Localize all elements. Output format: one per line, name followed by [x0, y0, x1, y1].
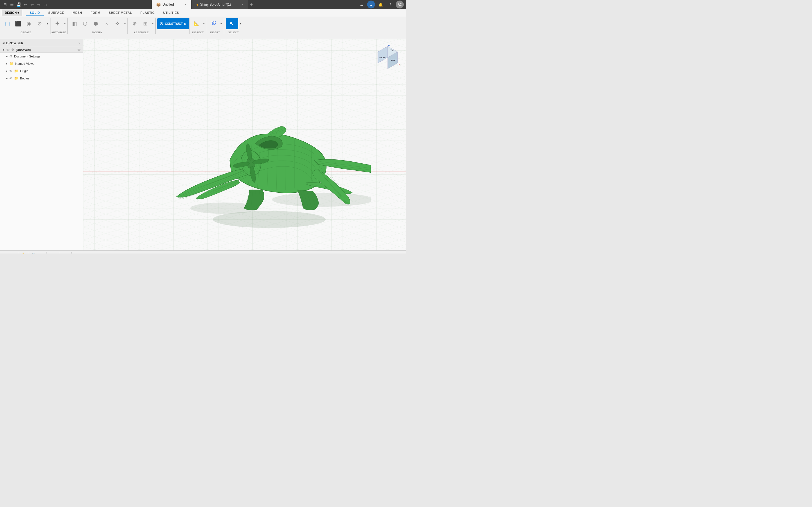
bodies-eye-icon[interactable]: 👁	[9, 76, 12, 80]
help-icon[interactable]: ?	[386, 1, 394, 8]
insert-image-button[interactable]: 🖼	[209, 18, 219, 29]
menu-icon[interactable]: ☰	[9, 2, 15, 7]
root-eye-icon[interactable]: 👁	[6, 48, 10, 52]
user-count-badge[interactable]: 1	[367, 1, 375, 8]
viewport[interactable]: Top FRONT RIGHT X Z	[83, 39, 406, 250]
fit-view-button[interactable]: ⊡	[11, 252, 16, 254]
construct-button[interactable]: ⊙ CONSTRUCT ▶	[157, 18, 189, 29]
tab-untitled-close[interactable]: ×	[185, 3, 187, 6]
svg-text:Top: Top	[391, 49, 394, 52]
press-pull-button[interactable]: ◧	[69, 18, 80, 29]
main-area: ◀ BROWSER × ▼ 👁 ⚙ (Unsaved) 👁 ▶ ⚙ Docume…	[0, 39, 406, 250]
sidebar-item-document-settings[interactable]: ▶ ⚙ Document Settings	[0, 53, 83, 60]
tab-utilities[interactable]: UTILITIES	[159, 10, 183, 16]
joint-icon: ⊕	[133, 21, 137, 26]
doc-settings-label: Document Settings	[14, 55, 40, 58]
shell-icon: ⬦	[105, 21, 108, 26]
select-more-button[interactable]: ▾	[239, 18, 243, 29]
tab-shiny-close[interactable]: ×	[242, 3, 244, 6]
sidebar-collapse-icon[interactable]: ◀	[2, 41, 4, 45]
tab-shiny[interactable]: ● Shiny Bojo-Amur*(1) ×	[192, 0, 248, 9]
view-cube[interactable]: Top FRONT RIGHT X Z	[375, 45, 400, 70]
create-more-button[interactable]: ▾	[45, 18, 50, 29]
insert-more-button[interactable]: ▾	[219, 18, 223, 29]
modify-more-arrow: ▾	[124, 22, 126, 25]
shell-button[interactable]: ⬦	[101, 18, 112, 29]
view-options-button[interactable]: ▦	[73, 252, 79, 254]
automate-group: ✦ ▾ AUTOMATE	[50, 18, 67, 34]
modify-more-button[interactable]: ▾	[123, 18, 127, 29]
joint-button[interactable]: ⊕	[130, 18, 140, 29]
tab-plastic[interactable]: PLASTIC	[137, 10, 159, 16]
extrude-icon: ⬛	[15, 21, 21, 26]
orbit-button[interactable]: ⊕	[3, 252, 9, 254]
root-options-icon[interactable]: 👁	[78, 48, 81, 52]
root-gear-icon[interactable]: ⚙	[11, 48, 14, 52]
select-more-arrow: ▾	[240, 22, 241, 25]
grid-toggle-button[interactable]: ⊞	[61, 252, 66, 254]
redo-icon[interactable]: ↪	[36, 2, 42, 7]
undo-icon2[interactable]: ↩	[29, 2, 35, 7]
toolbar: DESIGN ▾ SOLID SURFACE MESH FORM SHEET M…	[0, 9, 406, 39]
move-button[interactable]: ✛	[112, 18, 122, 29]
display-arrow[interactable]: ▾	[56, 253, 57, 254]
pan-button[interactable]: ✋	[20, 252, 27, 254]
bell-icon[interactable]: 🔔	[377, 1, 385, 8]
svg-text:X: X	[398, 63, 400, 66]
undo-icon[interactable]: ↩	[22, 2, 28, 7]
toolbar-actions: ⬚ ⬛ ◉ ⊙ ▾ CREATE ✦	[0, 17, 406, 39]
construct-group: ⊙ CONSTRUCT ▶	[155, 18, 189, 34]
grid-arrow[interactable]: ▾	[68, 253, 70, 254]
svg-line-22	[179, 173, 248, 199]
zoom-fit-button[interactable]: ⊕	[39, 252, 45, 254]
named-views-label: Named Views	[15, 62, 35, 65]
tab-mesh[interactable]: MESH	[68, 10, 86, 16]
tab-untitled-icon: 📦	[156, 3, 161, 7]
revolve-button[interactable]: ◉	[24, 18, 34, 29]
titlebar-right: ☁ 1 🔔 ? AC	[357, 1, 404, 8]
chamfer-button[interactable]: ⬢	[91, 18, 101, 29]
select-button[interactable]: ↖	[226, 18, 238, 29]
browser-root-item[interactable]: ▼ 👁 ⚙ (Unsaved) 👁	[0, 47, 83, 53]
tab-untitled[interactable]: 📦 Untitled ×	[152, 0, 191, 9]
cloud-icon[interactable]: ☁	[357, 1, 365, 8]
tab-surface[interactable]: SURFACE	[44, 10, 68, 16]
as-built-button[interactable]: ⊞	[140, 18, 150, 29]
display-mode-button[interactable]: ▣	[48, 252, 54, 254]
inspect-more-arrow: ▾	[203, 22, 205, 25]
home-icon[interactable]: ⌂	[43, 2, 49, 7]
sidebar-header-left: ◀ BROWSER	[2, 41, 23, 45]
root-arrow: ▼	[2, 48, 5, 51]
new-tab-button[interactable]: +	[249, 2, 254, 7]
measure-button[interactable]: 📐	[192, 18, 202, 29]
design-dropdown[interactable]: DESIGN ▾	[2, 10, 22, 16]
zoom-button[interactable]: 🔍	[31, 252, 37, 254]
view-options-arrow[interactable]: ▾	[81, 253, 82, 254]
extrude-button[interactable]: ⬛	[13, 18, 23, 29]
grid-icon[interactable]: ⊞	[2, 2, 8, 7]
sidebar-close-button[interactable]: ×	[79, 41, 81, 45]
sidebar-item-named-views[interactable]: ▶ 📁 Named Views	[0, 60, 83, 67]
toolbar-tabs: SOLID SURFACE MESH FORM SHEET METAL PLAS…	[26, 10, 183, 16]
new-body-button[interactable]: ⬚	[2, 18, 12, 29]
user-avatar[interactable]: AC	[396, 1, 404, 8]
create-more-arrow: ▾	[47, 22, 48, 25]
sidebar-item-origin[interactable]: ▶ 👁 📁 Origin	[0, 67, 83, 75]
hole-button[interactable]: ⊙	[35, 18, 45, 29]
sidebar-header: ◀ BROWSER ×	[0, 39, 83, 47]
origin-eye-icon[interactable]: 👁	[9, 69, 12, 73]
tab-sheetmetal[interactable]: SHEET METAL	[105, 10, 136, 16]
svg-text:Z: Z	[388, 45, 390, 46]
statusbar: ⊕ ⊡ ✋ 🔍 ⊕ ▣ ▾ ⊞ ▾ ▦ ▾	[0, 250, 406, 253]
automate-button[interactable]: ✦	[52, 18, 62, 29]
inspect-more-button[interactable]: ▾	[202, 18, 206, 29]
tab-solid[interactable]: SOLID	[26, 10, 44, 16]
fillet-button[interactable]: ⬡	[80, 18, 90, 29]
doc-settings-gear-icon: ⚙	[9, 54, 12, 58]
tab-form[interactable]: FORM	[87, 10, 104, 16]
sidebar-item-bodies[interactable]: ▶ 👁 📁 Bodies	[0, 75, 83, 82]
svg-text:RIGHT: RIGHT	[391, 59, 396, 61]
assemble-more-button[interactable]: ▾	[151, 18, 155, 29]
automate-more-button[interactable]: ▾	[63, 18, 67, 29]
save-icon[interactable]: 💾	[16, 2, 21, 7]
